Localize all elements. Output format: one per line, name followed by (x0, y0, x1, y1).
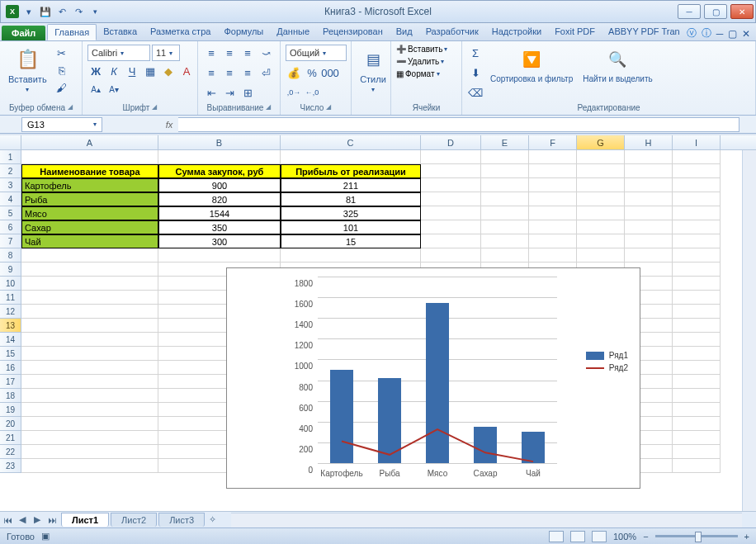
zoom-slider[interactable] (655, 535, 738, 537)
row-header-10[interactable]: 10 (0, 277, 21, 291)
align-middle-icon[interactable]: ≡ (221, 45, 238, 61)
cell-F7[interactable] (529, 234, 577, 248)
font-color-button[interactable]: A (178, 63, 195, 79)
cell-B3[interactable]: 900 (158, 178, 281, 192)
help-icon[interactable]: ⓘ (702, 26, 711, 40)
cell-I15[interactable] (673, 347, 721, 361)
cell-D6[interactable] (421, 220, 481, 234)
qat-dropdown-icon[interactable]: ▾ (22, 5, 35, 18)
row-header-2[interactable]: 2 (0, 164, 21, 178)
cell-B7[interactable]: 300 (158, 234, 281, 248)
cell-B6[interactable]: 350 (158, 220, 281, 234)
cell-G5[interactable] (577, 206, 625, 220)
fill-color-button[interactable]: ◆ (160, 63, 177, 79)
dialog-launcher-icon[interactable]: ◢ (326, 103, 331, 112)
row-header-13[interactable]: 13 (0, 319, 21, 333)
cell-A5[interactable]: Мясо (21, 206, 158, 220)
cell-A1[interactable] (21, 150, 158, 164)
cell-E4[interactable] (481, 192, 529, 206)
close-button[interactable]: ✕ (730, 4, 754, 19)
cell-H2[interactable] (625, 164, 673, 178)
comma-icon[interactable]: 000 (322, 64, 338, 81)
sheet-tab-2[interactable]: Лист3 (158, 513, 205, 527)
zoom-in-button[interactable]: + (744, 532, 749, 542)
row-header-21[interactable]: 21 (0, 431, 21, 445)
cell-A22[interactable] (21, 445, 158, 459)
cell-F4[interactable] (529, 192, 577, 206)
cell-A6[interactable]: Сахар (21, 220, 158, 234)
cell-A16[interactable] (21, 361, 158, 375)
cell-A18[interactable] (21, 389, 158, 403)
cell-C3[interactable]: 211 (281, 178, 421, 192)
cell-G6[interactable] (577, 220, 625, 234)
cell-I18[interactable] (673, 389, 721, 403)
cell-F6[interactable] (529, 220, 577, 234)
increase-font-icon[interactable]: A▴ (87, 81, 104, 97)
page-break-view-button[interactable] (592, 531, 607, 542)
cell-I1[interactable] (673, 150, 721, 164)
cell-I21[interactable] (673, 431, 721, 445)
underline-button[interactable]: Ч (124, 63, 140, 79)
cell-B4[interactable]: 820 (158, 192, 281, 206)
cell-I14[interactable] (673, 333, 721, 347)
sheet-nav-first-icon[interactable]: ⏮ (0, 515, 15, 525)
paste-button[interactable]: 📋 Вставить ▾ (5, 45, 50, 95)
row-header-22[interactable]: 22 (0, 445, 21, 459)
cell-C2[interactable]: Прибыль от реализации (281, 164, 421, 178)
cell-D7[interactable] (421, 234, 481, 248)
copy-icon[interactable]: ⎘ (54, 62, 70, 78)
save-icon[interactable]: 💾 (39, 5, 52, 18)
number-format-select[interactable]: Общий▾ (286, 45, 347, 61)
row-header-9[interactable]: 9 (0, 263, 21, 277)
cell-A10[interactable] (21, 277, 158, 291)
sheet-nav-prev-icon[interactable]: ◀ (15, 514, 30, 525)
cell-I8[interactable] (673, 248, 721, 263)
cell-A8[interactable] (21, 248, 158, 263)
sort-filter-button[interactable]: 🔽 Сортировка и фильтр (487, 45, 576, 85)
cell-D5[interactable] (421, 206, 481, 220)
ribbon-tab-2[interactable]: Разметка стра (144, 24, 217, 40)
cell-H6[interactable] (625, 220, 673, 234)
row-header-8[interactable]: 8 (0, 248, 21, 263)
format-cells-button[interactable]: ▦Формат ▾ (396, 69, 440, 78)
cell-E6[interactable] (481, 220, 529, 234)
percent-icon[interactable]: % (304, 64, 320, 81)
align-top-icon[interactable]: ≡ (203, 45, 220, 61)
horizontal-scrollbar[interactable] (231, 513, 742, 527)
embedded-chart[interactable]: 020040060080010001200140016001800 Картоф… (226, 267, 640, 489)
cell-I6[interactable] (673, 220, 721, 234)
align-center-icon[interactable]: ≡ (221, 64, 238, 81)
row-header-16[interactable]: 16 (0, 361, 21, 375)
worksheet-grid[interactable]: ABCDEFGHI 12Наименование товараСумма зак… (0, 135, 756, 511)
cell-C7[interactable]: 15 (281, 234, 421, 248)
cell-I10[interactable] (673, 277, 721, 291)
cell-D3[interactable] (421, 178, 481, 192)
cut-icon[interactable]: ✂ (54, 45, 70, 61)
cell-F2[interactable] (529, 164, 577, 178)
cell-E8[interactable] (481, 248, 529, 263)
cell-I2[interactable] (673, 164, 721, 178)
cell-A19[interactable] (21, 403, 158, 417)
column-header-B[interactable]: B (158, 135, 281, 149)
clear-icon[interactable]: ⌫ (467, 84, 484, 101)
align-right-icon[interactable]: ≡ (239, 64, 256, 81)
cell-D2[interactable] (421, 164, 481, 178)
cell-H3[interactable] (625, 178, 673, 192)
cell-D8[interactable] (421, 248, 481, 263)
sheet-tab-0[interactable]: Лист1 (61, 513, 109, 527)
ribbon-tab-8[interactable]: Надстройки (485, 24, 548, 40)
ribbon-tab-6[interactable]: Вид (390, 24, 419, 40)
cell-C6[interactable]: 101 (281, 220, 421, 234)
ribbon-tab-10[interactable]: ABBYY PDF Tran (602, 24, 687, 40)
cell-C4[interactable]: 81 (281, 192, 421, 206)
cell-I19[interactable] (673, 403, 721, 417)
select-all-corner[interactable] (0, 135, 21, 149)
cell-B5[interactable]: 1544 (158, 206, 281, 220)
cell-B8[interactable] (158, 248, 281, 263)
qat-more-icon[interactable]: ▾ (88, 5, 102, 18)
cell-I11[interactable] (673, 291, 721, 305)
cell-I22[interactable] (673, 445, 721, 459)
find-select-button[interactable]: 🔍 Найти и выделить (579, 45, 655, 85)
font-name-select[interactable]: Calibri▾ (87, 45, 150, 61)
row-header-14[interactable]: 14 (0, 333, 21, 347)
